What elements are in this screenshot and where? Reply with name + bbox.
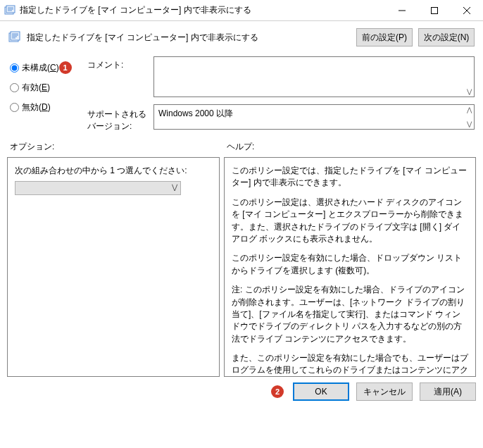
scroll-up-icon[interactable]: ⋀ [465,106,472,113]
cancel-button[interactable]: キャンセル [356,382,413,401]
radio-enabled-label: 有効(E) [22,82,50,94]
radio-disabled-label: 無効(D) [22,101,51,113]
options-label: オプション: [10,141,227,153]
options-pane: 次の組み合わせの中から 1 つ選んでください: ⋁ [7,157,220,377]
maximize-button[interactable] [418,0,451,20]
radio-not-configured-input[interactable] [10,63,19,73]
minimize-button[interactable] [386,0,418,20]
header-title: 指定したドライブを [マイ コンピューター] 内で非表示にする [27,32,351,44]
comment-label: コメント: [87,56,153,71]
supported-label: サポートされるバージョン: [87,104,153,132]
titlebar: 指定したドライブを [マイ コンピューター] 内で非表示にする [0,0,483,21]
supported-textbox: Windows 2000 以降 ⋀ ⋁ [153,104,475,130]
header-row: 指定したドライブを [マイ コンピューター] 内で非表示にする 前の設定(P) … [0,21,483,52]
options-combobox[interactable]: ⋁ [15,181,181,195]
help-pane: このポリシー設定では、指定したドライブを [マイ コンピューター] 内で非表示に… [224,157,476,377]
close-button[interactable] [451,0,483,20]
annotation-badge-1: 1 [59,61,72,74]
supported-text: Windows 2000 以降 [158,108,233,118]
scroll-down-icon[interactable]: ⋁ [465,88,472,95]
policy-icon [4,5,15,16]
radio-enabled-input[interactable] [10,83,19,92]
ok-button[interactable]: OK [293,382,349,401]
radio-not-configured-label: 未構成(C) [22,62,59,74]
radio-disabled[interactable]: 無効(D) [10,99,87,116]
chevron-down-icon: ⋁ [172,183,177,191]
help-text: このポリシー設定では、指定したドライブを [マイ コンピューター] 内で非表示に… [232,165,468,377]
footer: 2 OK キャンセル 適用(A) [0,377,483,406]
prev-setting-button[interactable]: 前の設定(P) [356,28,413,46]
svg-rect-2 [432,7,438,13]
policy-header-icon [8,31,21,44]
comment-textarea[interactable]: ⋁ [153,56,475,97]
next-setting-button[interactable]: 次の設定(N) [418,28,475,46]
window-title: 指定したドライブを [マイ コンピューター] 内で非表示にする [20,4,386,16]
help-label: ヘルプ: [227,141,475,153]
svg-rect-4 [11,32,20,40]
annotation-badge-2: 2 [271,385,284,398]
apply-button[interactable]: 適用(A) [420,382,476,401]
radio-enabled[interactable]: 有効(E) [10,79,87,96]
radio-disabled-input[interactable] [10,103,19,112]
options-prompt: 次の組み合わせの中から 1 つ選んでください: [15,165,212,177]
scroll-down-icon[interactable]: ⋁ [465,120,472,127]
radio-not-configured[interactable]: 未構成(C) 1 [10,59,87,76]
